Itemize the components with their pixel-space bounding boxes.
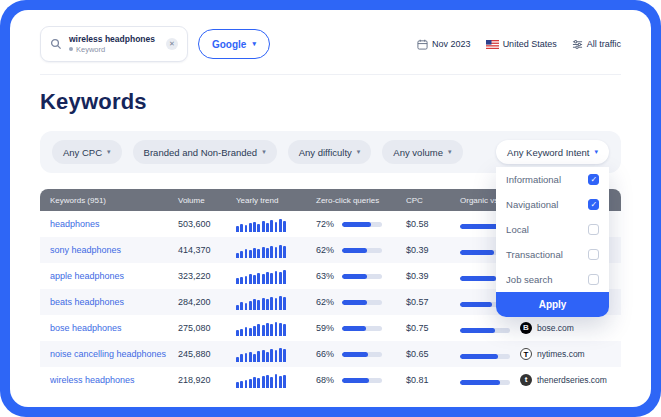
table-row: noise cancelling headphones 245,880 66% … [40,341,621,367]
domain-cell[interactable]: T nytimes.com [510,348,621,360]
zero-click-cell: 66% [306,349,396,359]
chevron-down-icon: ▾ [448,148,452,156]
volume-value: 284,200 [168,297,226,307]
zero-click-fill [342,300,367,305]
cpc-value: $0.39 [396,271,450,281]
search-text: wireless headphones Keyword [69,34,155,54]
domain-favicon: T [520,348,532,360]
search-icon [50,38,62,50]
checkbox[interactable] [588,274,599,285]
zero-click-value: 72% [316,219,336,229]
intent-option-transactional[interactable]: Transactional [496,242,609,267]
trend-chart [226,347,306,362]
filter-difficulty[interactable]: Any difficulty▾ [288,140,372,164]
trend-chart [226,373,306,388]
zero-click-bar [342,326,382,331]
zero-click-fill [342,352,368,357]
clear-search-icon[interactable]: ✕ [166,38,178,50]
intent-filter-wrap: Any Keyword Intent▾ Informational Naviga… [496,140,609,164]
volume-value: 275,080 [168,323,226,333]
intent-option-local[interactable]: Local [496,217,609,242]
intent-option-job-search[interactable]: Job search [496,267,609,292]
keyword-link[interactable]: wireless headphones [40,375,168,385]
traffic-selector[interactable]: All traffic [572,39,621,50]
checkbox[interactable] [588,224,599,235]
zero-click-fill [342,274,367,279]
zero-click-bar [342,222,382,227]
keyword-link[interactable]: bose headphones [40,323,168,333]
calendar-icon [417,39,428,50]
filter-intent-label: Any Keyword Intent [507,147,589,158]
table-row: bose headphones 275,080 59% $0.75 B bose… [40,315,621,341]
header-cpc: CPC [396,196,450,205]
domain-label: bose.com [537,323,574,333]
zero-click-fill [342,222,371,227]
topbar-meta: Nov 2023 United States [417,39,621,50]
organic-bar [460,354,510,359]
keyword-link[interactable]: sony headphones [40,245,168,255]
checkbox[interactable] [588,199,599,210]
zero-click-bar [342,352,382,357]
intent-option-navigational[interactable]: Navigational [496,192,609,217]
domain-cell[interactable]: t thenerdseries.com [510,374,621,386]
volume-value: 414,370 [168,245,226,255]
zero-click-value: 62% [316,245,336,255]
zero-click-value: 62% [316,297,336,307]
zero-click-cell: 63% [306,271,396,281]
chevron-down-icon: ▾ [357,148,361,156]
zero-click-cell: 62% [306,297,396,307]
keyword-search-box[interactable]: wireless headphones Keyword ✕ [40,26,188,62]
keyword-link[interactable]: noise cancelling headphones [40,349,168,359]
zero-click-cell: 59% [306,323,396,333]
chevron-down-icon: ▾ [594,148,598,156]
option-label: Job search [506,274,552,285]
trend-chart [226,295,306,310]
apply-button[interactable]: Apply [496,292,609,317]
keyword-link[interactable]: beats headphones [40,297,168,307]
organic-bar [460,380,510,385]
filter-difficulty-label: Any difficulty [299,147,352,158]
traffic-filter-icon [572,39,583,50]
option-label: Transactional [506,249,563,260]
zero-click-bar [342,274,382,279]
region-selector[interactable]: United States [486,39,557,49]
filter-volume[interactable]: Any volume▾ [382,140,462,164]
zero-click-bar [342,300,382,305]
checkbox[interactable] [588,174,599,185]
page-title: Keywords [40,89,621,115]
trend-chart [226,243,306,258]
zero-click-fill [342,326,366,331]
region-label: United States [503,39,557,49]
volume-value: 218,920 [168,375,226,385]
header-zero-click: Zero-click queries [306,196,396,205]
zero-click-bar [342,378,382,383]
search-engine-dropdown[interactable]: Google ▾ [198,29,270,59]
trend-chart [226,217,306,232]
option-label: Local [506,224,529,235]
domain-cell[interactable]: B bose.com [510,322,621,334]
chevron-down-icon: ▾ [252,40,256,48]
traffic-label: All traffic [587,39,621,49]
filter-branded[interactable]: Branded and Non-Branded▾ [133,140,277,164]
intent-option-informational[interactable]: Informational [496,167,609,192]
filter-cpc[interactable]: Any CPC▾ [52,140,122,164]
zero-click-value: 66% [316,349,336,359]
volume-value: 245,880 [168,349,226,359]
browser-frame: wireless headphones Keyword ✕ Google ▾ [0,0,661,417]
zero-click-cell: 68% [306,375,396,385]
date-selector[interactable]: Nov 2023 [417,39,471,50]
domain-favicon: B [520,322,532,334]
checkbox[interactable] [588,249,599,260]
filter-volume-label: Any volume [393,147,443,158]
cpc-value: $0.65 [396,349,450,359]
header-keywords: Keywords (951) [40,196,168,205]
filter-keyword-intent[interactable]: Any Keyword Intent▾ [496,140,609,164]
domain-favicon: t [520,374,532,386]
table-row: wireless headphones 218,920 68% $0.81 t … [40,367,621,393]
organic-cell [450,319,510,337]
keyword-link[interactable]: apple headphones [40,271,168,281]
zero-click-value: 68% [316,375,336,385]
keyword-link[interactable]: headphones [40,219,168,229]
zero-click-bar [342,248,382,253]
engine-label: Google [212,39,246,50]
